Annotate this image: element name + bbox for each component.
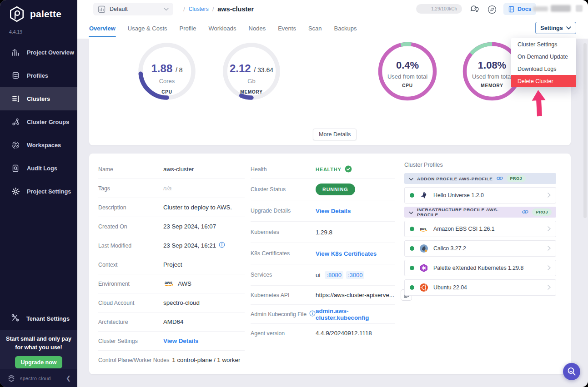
detail-label: Context [98, 262, 163, 268]
ubuntu-icon [419, 283, 428, 292]
sidebar-item-project-settings[interactable]: Project Settings [0, 180, 77, 203]
upgrade-now-button[interactable]: Upgrade now [15, 356, 62, 368]
promo-line-2: for what you use! [0, 343, 77, 352]
tab-workloads[interactable]: Workloads [208, 21, 236, 35]
sidebar-item-audit-logs[interactable]: Audit Logs [0, 157, 77, 180]
link-view-details[interactable]: View Details [163, 337, 198, 344]
profile-layer-name: Palette eXtended Kubernetes 1.29.8 [433, 265, 523, 271]
status-dot [410, 193, 414, 198]
profile-layer-palette-extended-kubernetes-1-29-8[interactable]: Palette eXtended Kubernetes 1.29.8 [404, 260, 556, 276]
status-dot [410, 285, 414, 290]
tab-profile[interactable]: Profile [180, 21, 196, 35]
tab-backups[interactable]: Backups [334, 21, 357, 35]
detail-label: Architecture [98, 319, 163, 325]
cpu-unit: Cores [133, 78, 201, 84]
chevron-right-icon [548, 284, 551, 291]
detail-value: AMD64 [163, 318, 183, 325]
detail-label: Kubernetes API [251, 292, 316, 298]
docs-button[interactable]: Docs [503, 3, 536, 15]
sidebar-item-clusters[interactable]: Clusters [0, 87, 77, 110]
project-selector-icon [98, 5, 106, 13]
service-port-link[interactable]: :3000 [346, 271, 365, 279]
sidebar-item-label: Project Overview [27, 49, 74, 56]
info-icon[interactable] [309, 310, 316, 318]
more-details-button[interactable]: More Details [313, 129, 357, 140]
aws-logo-icon: aws [163, 279, 175, 288]
sidebar-item-project-overview[interactable]: Project Overview [0, 41, 77, 64]
clusters-icon [11, 94, 20, 104]
link-view-details[interactable]: View Details [316, 208, 351, 214]
detail-label: Health [251, 166, 316, 173]
topbar: Default / Clusters / aws-cluster 1.29/10… [77, 0, 588, 39]
detail-row-cloud-account: Cloud Accountspectro-cloud [98, 293, 245, 313]
detail-row-name: Nameaws-cluster [98, 160, 245, 179]
sidebar-item-profiles[interactable]: Profiles [0, 64, 77, 87]
palette-logo-icon [8, 5, 25, 23]
detail-row-upgrade-details: Upgrade DetailsView Details [251, 200, 395, 222]
detail-row-tags: Tagsn/a [98, 179, 245, 198]
link-view-k8s-certificates[interactable]: View K8s Certificates [316, 250, 377, 257]
detail-value: spectro-cloud [163, 299, 200, 306]
chat-icon[interactable] [468, 3, 481, 16]
cpu-usage-gauge: 1.88 / 8 Cores CPU [133, 40, 201, 108]
tab-overview[interactable]: Overview [89, 21, 116, 35]
sidebar-collapse-chevron[interactable]: ❮ [66, 375, 71, 382]
spectro-cloud-label: spectro cloud [20, 376, 62, 381]
profile-section-header-addon-profile-aws-profile[interactable]: ADDON PROFILE AWS-PROFILEPROJ [404, 173, 556, 184]
detail-row-created-on: Created On23 Sep 2024, 16:07 [98, 217, 245, 236]
detail-value: 1.29.8 [316, 229, 332, 236]
profile-layer-name: Amazon EBS CSI 1.26.1 [433, 226, 495, 232]
redacted-avatar[interactable] [576, 5, 583, 12]
profile-section-header-infrastructure-profile-aws-profile[interactable]: INFRASTRUCTURE PROFILE AWS-PROFILEPROJ [404, 207, 556, 218]
sidebar-item-tenant-settings[interactable]: Tenant Settings [0, 312, 88, 325]
sidebar-item-cluster-groups[interactable]: Cluster Groups [0, 110, 77, 134]
tab-scan[interactable]: Scan [308, 21, 322, 35]
tab-nodes[interactable]: Nodes [249, 21, 266, 35]
resource-center-icon[interactable] [486, 3, 498, 16]
breadcrumb-clusters-link[interactable]: Clusters [189, 6, 209, 12]
detail-row-health: HealthHEALTHY [251, 160, 395, 179]
detail-row-cluster-status: Cluster StatusRUNNING [251, 179, 395, 200]
menu-item-delete-cluster[interactable]: Delete Cluster [511, 75, 576, 87]
project-selector[interactable]: Default [93, 3, 173, 15]
detail-label: Cluster Settings [98, 338, 163, 344]
link-admin-aws-cluster-kubeconfig[interactable]: admin.aws-cluster.kubeconfig [316, 308, 395, 321]
info-icon[interactable] [219, 242, 225, 249]
detail-row-services: Servicesui:8080:3000 [251, 264, 395, 286]
tab-usage-costs[interactable]: Usage & Costs [128, 21, 167, 35]
redacted-text [533, 6, 548, 11]
settings-button[interactable]: Settings [535, 22, 576, 34]
scrollbar-thumb[interactable] [583, 43, 587, 218]
settings-dropdown-menu: Cluster SettingsOn-Demand UpdateDownload… [511, 38, 576, 87]
sidebar-item-workspaces[interactable]: Workspaces [0, 134, 77, 157]
chevron-right-icon [548, 192, 551, 199]
menu-item-on-demand-update[interactable]: On-Demand Update [511, 50, 576, 63]
workspaces-icon [11, 141, 20, 150]
tab-events[interactable]: Events [278, 21, 296, 35]
detail-label: Upgrade Details [251, 208, 316, 214]
link-icon[interactable] [522, 208, 528, 216]
calico-icon [419, 244, 428, 253]
link-icon[interactable] [497, 174, 503, 183]
menu-item-download-logs[interactable]: Download Logs [511, 63, 576, 75]
detail-row-architecture: ArchitectureAMD64 [98, 313, 245, 332]
promo-line-1: Start small and only pay [0, 335, 77, 343]
status-dot [410, 266, 414, 270]
detail-row-context: ContextProject [98, 255, 245, 274]
menu-item-cluster-settings[interactable]: Cluster Settings [511, 38, 576, 50]
profile-layer-hello-universe-1-2-0[interactable]: Hello Universe 1.2.0 [404, 187, 556, 203]
profile-layer-ubuntu-22-04[interactable]: Ubuntu 22.04 [404, 279, 556, 296]
sidebar-item-label: Profiles [27, 72, 48, 79]
aws-icon: aws [419, 224, 428, 233]
detail-value: 23 Sep 2024, 16:21 [163, 242, 225, 249]
scope-badge: PROJ [507, 175, 526, 182]
profile-layer-calico-3-27-2[interactable]: Calico 3.27.2 [404, 240, 556, 257]
status-badge: RUNNING [316, 184, 355, 195]
detail-value: ui:8080:3000 [316, 271, 364, 279]
detail-label: Control Plane/Worker Nodes [98, 357, 172, 363]
detail-row-agent-version: Agent version4.4.9/20240912.1118 [251, 324, 395, 342]
search-fab[interactable] [563, 363, 580, 380]
service-port-link[interactable]: :8080 [325, 271, 343, 279]
details-middle-column: HealthHEALTHYCluster StatusRUNNINGUpgrad… [251, 160, 395, 342]
profile-layer-amazon-ebs-csi-1-26-1[interactable]: awsAmazon EBS CSI 1.26.1 [404, 221, 556, 237]
